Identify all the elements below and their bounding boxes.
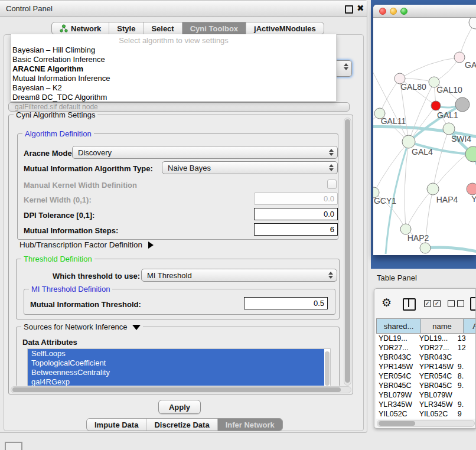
threshold-definition-group: Threshold Definition Which threshold to … [16,259,340,319]
node-label: HAP4 [436,195,458,204]
table-cell: YDR27... [376,343,417,353]
float-window-icon[interactable] [345,5,353,14]
network-edge[interactable] [373,59,409,142]
network-node[interactable] [469,18,476,29]
network-edge[interactable] [433,139,476,189]
column-header[interactable]: shared... [376,318,421,334]
mi-type-combo[interactable]: Naive Bayes [162,161,338,174]
inference-algorithm-combo-fragment[interactable] [335,60,352,77]
tab-select[interactable]: Select [144,22,182,34]
network-edge[interactable] [374,142,409,193]
which-threshold-combo[interactable]: MI Threshold [141,269,337,282]
mi-type-label: Mutual Information Algorithm Type: [24,164,153,173]
settings-vertical-thumb[interactable] [345,119,350,383]
sources-group-title[interactable]: Sources for Network Inference [21,322,143,331]
dropdown-item[interactable]: Bayesian – K2 [11,83,336,93]
unchecked-box-icon[interactable] [448,300,455,307]
combo-up-arrow-icon [344,63,348,66]
dpi-tolerance-field[interactable]: 0.0 [254,208,338,220]
unchecked-box-icon[interactable] [457,300,464,307]
tab-cyni-toolbox[interactable]: Cyni Toolbox [182,22,246,34]
settings-horizontal-scrollbar[interactable] [11,386,351,393]
table-row[interactable]: YLR345WYLR345W9. [376,400,476,409]
dropdown-item[interactable]: Mutual Information Inference [11,74,336,83]
hub-definition-toggle[interactable]: Hub/Transcription Factor Definition [19,240,154,249]
node-label: GAL1 [437,110,458,120]
aracne-mode-combo[interactable]: Discovery [72,146,338,159]
network-edge[interactable] [380,79,400,113]
table-row[interactable]: YBR045CYBR045C9. [376,381,476,390]
close-icon[interactable]: ✖ [357,3,364,14]
mi-steps-value: 6 [330,225,334,234]
network-combo-sliver[interactable]: galFiltered.sif default node [8,102,350,112]
mi-threshold-field[interactable]: 0.5 [244,297,328,309]
zoom-traffic-light-icon[interactable] [400,8,407,15]
tab-network[interactable]: Network [52,22,109,34]
network-edge[interactable] [425,247,476,253]
mi-steps-field[interactable]: 6 [254,223,338,236]
dropdown-item[interactable]: Basic Correlation Inference [11,55,336,64]
network-node[interactable] [420,243,431,253]
tab-jactivemnodules[interactable]: jActiveMNodules [246,22,324,34]
tab-infer-network[interactable]: Infer Network [218,419,282,431]
which-threshold-label: Which threshold to use: [53,272,140,281]
table-horizontal-scrollbar[interactable] [377,420,475,427]
network-node-gal1[interactable] [431,101,441,110]
checked-box-icon[interactable]: ✓ [424,300,431,307]
gear-icon[interactable]: ⚙ [382,297,392,308]
network-node-gal[interactable] [454,52,465,63]
algorithm-definition-group: Algorithm Definition Aracne Mode: Discov… [17,133,338,240]
export-table-icon[interactable] [470,297,476,311]
algorithm-definition-title: Algorithm Definition [22,129,94,138]
network-node-swi4[interactable] [443,123,455,135]
network-node-gal4[interactable] [402,135,415,148]
kernel-width-field[interactable]: 0.0 [254,193,338,205]
network-window-titlebar[interactable] [373,5,476,18]
table-cell: YIL052C [417,409,455,419]
table-header: shared...nameA [376,318,476,334]
tab-style[interactable]: Style [109,22,144,34]
dropdown-item[interactable]: ARACNE Algorithm [11,64,336,74]
table-row[interactable]: YER054CYER054C8. [376,371,476,381]
network-edge[interactable] [400,57,459,79]
table-row[interactable]: YDL19...YDL19...13 [376,334,476,343]
network-edge[interactable] [406,189,433,229]
attribute-item-selected[interactable]: gal4RGexp [28,377,324,386]
node-label: GAL10 [436,85,462,94]
data-attributes-list[interactable]: SelfLoopsTopologicalCoefficientBetweenne… [27,348,331,386]
manual-kernel-checkbox[interactable] [327,180,337,189]
tab-impute-data[interactable]: Impute Data [87,419,146,431]
network-node-y[interactable] [467,183,476,195]
columns-icon[interactable] [403,298,416,311]
attribute-item-selected[interactable]: TopologicalCoefficient [28,358,324,368]
sources-title-text: Sources for Network Inference [24,322,128,331]
mi-threshold-group-title: MI Threshold Definition [29,285,112,294]
minimize-traffic-light-icon[interactable] [390,8,397,15]
checked-box-icon[interactable]: ✓ [433,300,441,307]
close-traffic-light-icon[interactable] [379,8,386,15]
tab-discretize-data[interactable]: Discretize Data [146,419,217,431]
table-cell: 9. [455,400,476,409]
apply-button[interactable]: Apply [158,400,201,414]
dropdown-item[interactable]: Dream8 DC_TDC Algorithm [11,93,336,102]
network-node[interactable] [455,97,470,112]
settings-vertical-scrollbar[interactable] [344,118,351,386]
column-header[interactable]: A [464,318,476,334]
table-row[interactable]: YPR145WYPR145W9. [376,362,476,371]
table-row[interactable]: YBR043CYBR043C [376,353,476,362]
table-horizontal-thumb[interactable] [379,421,415,426]
table-row[interactable]: YDR27...YDR27...12 [376,343,476,353]
attribute-item-selected[interactable]: BetweennessCentrality [28,368,324,377]
docked-panel-icon[interactable] [5,442,22,450]
table-row[interactable]: YBL079WYBL079W [376,390,476,400]
attributes-scrollbar[interactable] [325,351,330,386]
table-cell: YER054C [417,371,455,381]
network-canvas[interactable]: GALGAL80GAL10GAL1GAL11SWI4GAL4GCY1HAP4YH… [373,18,476,254]
column-header[interactable]: name [421,318,464,334]
attribute-item-selected[interactable]: SelfLoops [28,349,324,358]
settings-horizontal-thumb[interactable] [12,387,341,392]
dropdown-item[interactable]: Bayesian – Hill Climbing [11,45,336,55]
table-row[interactable]: YIL052CYIL052C9 [376,409,476,419]
network-node-hap4[interactable] [427,183,439,195]
network-graph[interactable]: GALGAL80GAL10GAL1GAL11SWI4GAL4GCY1HAP4YH… [373,18,476,254]
